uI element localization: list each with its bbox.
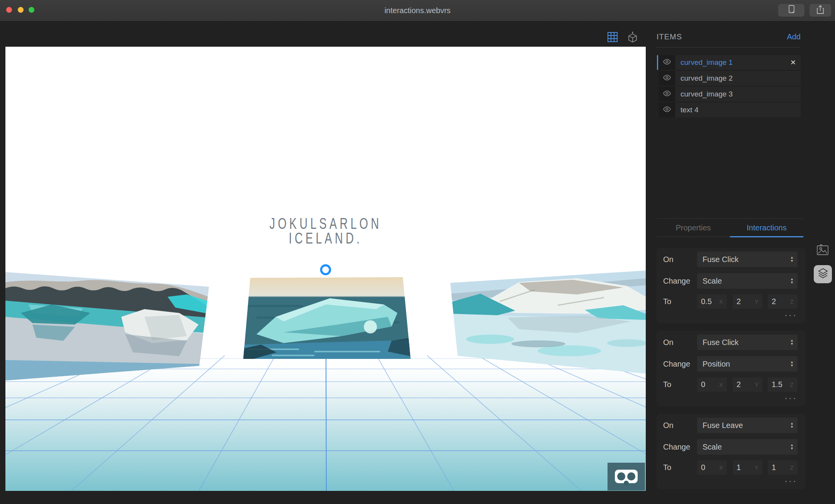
item-label: curved_image 3 <box>681 90 733 98</box>
change-property-select[interactable]: Scale ▲▼ <box>697 439 798 455</box>
to-z-input[interactable]: 1.5 Z <box>768 377 798 392</box>
axis-y-label: Y <box>755 464 759 471</box>
vr-scene-canvas[interactable]: JOKULSARLON ICELAND. <box>5 47 646 491</box>
close-icon[interactable]: ✕ <box>790 55 796 70</box>
item-label: curved_image 1 <box>681 58 733 67</box>
more-options-button[interactable]: ··· <box>784 392 797 403</box>
item-label: text 4 <box>681 106 698 114</box>
change-label: Change <box>663 443 690 452</box>
stepper-icon: ▲▼ <box>790 356 794 372</box>
on-event-value: Fuse Leave <box>703 421 743 430</box>
visibility-toggle[interactable] <box>659 55 675 70</box>
assets-panel-button[interactable] <box>816 244 830 258</box>
eye-icon <box>663 106 671 114</box>
axis-x-label: X <box>719 298 723 305</box>
share-button[interactable] <box>810 4 831 17</box>
to-x-input[interactable]: 0 X <box>697 377 727 392</box>
change-property-value: Position <box>703 360 730 369</box>
send-to-device-button[interactable] <box>778 4 804 17</box>
image-icon <box>816 244 829 258</box>
on-event-select[interactable]: Fuse Leave ▲▼ <box>697 418 798 433</box>
stepper-icon: ▲▼ <box>790 335 794 350</box>
change-property-select[interactable]: Position ▲▼ <box>697 356 798 372</box>
curved-image-2-panel[interactable] <box>241 274 415 362</box>
change-property-value: Scale <box>703 277 722 286</box>
to-x-input[interactable]: 0 X <box>697 460 727 475</box>
stepper-icon: ▲▼ <box>790 439 794 455</box>
interaction-block-1: On Fuse Click ▲▼ Change Scale ▲▼ To 0.5 … <box>657 248 806 323</box>
on-label: On <box>663 421 674 430</box>
scene-floor <box>5 353 646 491</box>
item-row-curved-image-3[interactable]: curved_image 3 <box>659 87 801 101</box>
change-label: Change <box>663 277 690 286</box>
axis-x-label: X <box>719 381 723 388</box>
axis-y-label: Y <box>755 298 759 305</box>
to-x-input[interactable]: 0.5 X <box>697 294 727 309</box>
share-icon <box>816 5 825 16</box>
on-event-value: Fuse Click <box>703 338 738 347</box>
curved-image-1-panel[interactable] <box>5 269 214 384</box>
vr-mode-button[interactable] <box>608 463 645 490</box>
layers-panel-button[interactable] <box>814 265 832 283</box>
inspector-tabbar: Properties Interactions <box>657 218 803 237</box>
more-options-button[interactable]: ··· <box>784 475 797 486</box>
on-event-select[interactable]: Fuse Click ▲▼ <box>697 335 798 350</box>
app-window: interactions.webvrs <box>0 0 835 504</box>
axis-y-label: Y <box>755 381 759 388</box>
stepper-icon: ▲▼ <box>790 273 794 289</box>
visibility-toggle[interactable] <box>659 71 675 86</box>
3d-view-toggle[interactable] <box>626 30 640 44</box>
interaction-block-3: On Fuse Leave ▲▼ Change Scale ▲▼ To 0 X <box>657 414 806 489</box>
axis-z-label: Z <box>790 464 794 471</box>
tab-properties[interactable]: Properties <box>657 219 730 237</box>
layers-icon <box>816 267 830 282</box>
window-title: interactions.webvrs <box>0 0 835 21</box>
to-z-input[interactable]: 2 Z <box>768 294 798 309</box>
add-item-button[interactable]: Add <box>784 32 801 41</box>
stepper-icon: ▲▼ <box>790 252 794 267</box>
to-label: To <box>663 463 671 472</box>
to-z-input[interactable]: 1 Z <box>768 460 798 475</box>
items-panel-title: ITEMS <box>657 32 682 41</box>
to-y-input[interactable]: 2 Y <box>733 294 762 309</box>
to-label: To <box>663 297 671 306</box>
on-label: On <box>663 255 674 264</box>
on-event-select[interactable]: Fuse Click ▲▼ <box>697 252 798 267</box>
change-property-value: Scale <box>703 443 722 452</box>
grid-view-toggle[interactable] <box>606 31 619 43</box>
tab-interactions[interactable]: Interactions <box>730 219 803 237</box>
items-divider <box>657 47 801 47</box>
change-property-select[interactable]: Scale ▲▼ <box>697 273 798 289</box>
eye-icon <box>663 59 671 66</box>
to-y-input[interactable]: 1 Y <box>733 460 762 475</box>
to-y-input[interactable]: 2 Y <box>733 377 762 392</box>
on-label: On <box>663 338 674 347</box>
item-row-curved-image-2[interactable]: curved_image 2 <box>659 71 801 86</box>
more-options-button[interactable]: ··· <box>784 310 797 320</box>
scene-title-line2: ICELAND. <box>289 229 362 247</box>
stepper-icon: ▲▼ <box>790 418 794 433</box>
axis-x-label: X <box>719 464 723 471</box>
item-row-text-4[interactable]: text 4 <box>659 103 801 117</box>
visibility-toggle[interactable] <box>659 103 675 117</box>
eye-icon <box>663 74 671 82</box>
axis-z-label: Z <box>790 298 794 305</box>
interaction-block-2: On Fuse Click ▲▼ Change Position ▲▼ To 0… <box>657 331 806 406</box>
to-label: To <box>663 380 671 389</box>
item-row-curved-image-1[interactable]: curved_image 1 ✕ <box>659 55 801 70</box>
axis-z-label: Z <box>790 381 794 388</box>
device-share-icon <box>786 5 797 16</box>
eye-icon <box>663 90 671 98</box>
titlebar: interactions.webvrs <box>0 0 835 22</box>
visibility-toggle[interactable] <box>659 87 675 101</box>
item-label: curved_image 2 <box>681 74 733 83</box>
change-label: Change <box>663 360 690 369</box>
on-event-value: Fuse Click <box>703 255 738 264</box>
